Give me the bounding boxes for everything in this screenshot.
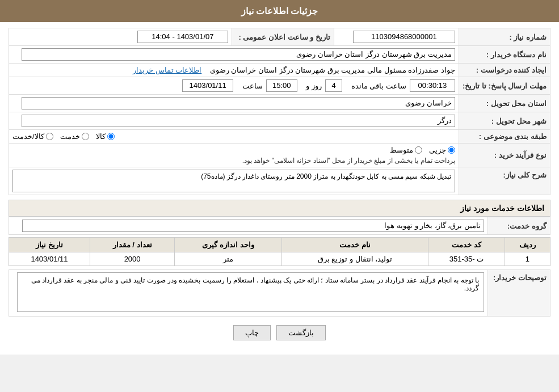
shomareNiaz-value: 1103094868000001 bbox=[334, 28, 459, 46]
namDastgah-label: نام دستگاه خریدار : bbox=[459, 46, 550, 64]
saat-input: 15:00 bbox=[266, 79, 297, 92]
services-table: ردیف کد خدمت نام خدمت واحد اندازه گیری ت… bbox=[9, 237, 550, 266]
ejaadKonande-link[interactable]: اطلاعات تماس خریدار bbox=[133, 66, 201, 74]
radio-kala-khadamat-item: کالا/خدمت bbox=[12, 132, 53, 141]
shahr-value: درگز bbox=[9, 112, 459, 130]
mohlatErsalPasokh-value: 00:30:13 ساعت باقی مانده 4 روز و 15:00 س… bbox=[9, 77, 459, 95]
grohKhadamat-value: تامین برق، گاز، بخار و تهویه هوا bbox=[9, 217, 488, 235]
tabaqeBandi-value: کالا/خدمت خدمت کالا bbox=[9, 130, 459, 144]
radio-khadamat-item: خدمت bbox=[60, 132, 89, 141]
ejaadKonande-text: جواد صفدرزاده مسئول مالی مدیریت برق شهرس… bbox=[210, 66, 455, 74]
khadamat-section-title: اطلاعات خدمات مورد نیاز bbox=[9, 200, 550, 217]
rooz-label: روز و bbox=[306, 82, 322, 90]
top-info-table: شماره نیاز : 1103094868000001 تاریخ و سا… bbox=[9, 28, 550, 195]
sharheKoli-value: تبدیل شبکه سیم مسی به کابل خودنگهدار به … bbox=[9, 167, 459, 195]
ejaadKonande-label: ایجاد کننده درخواست : bbox=[459, 64, 550, 77]
saatBaqi-label: ساعت باقی مانده bbox=[351, 82, 406, 90]
tabaqeBandi-label: طبقه بندی موضوعی : bbox=[459, 130, 550, 144]
tarikheElam-label: تاریخ و ساعت اعلان عمومی : bbox=[232, 28, 334, 46]
radio-kala-khadamat[interactable] bbox=[46, 133, 53, 140]
radio-jozyi-item: جزیی bbox=[429, 146, 455, 154]
grohKhadamat-label: گروه خدمت: bbox=[488, 217, 550, 235]
rooz-input: 4 bbox=[325, 79, 342, 92]
saatBaqi-input: 00:30:13 bbox=[410, 79, 455, 92]
cell-tedad: 2000 bbox=[90, 252, 174, 266]
ostan-input: خراسان رضوی bbox=[22, 97, 455, 109]
radio-khadamat[interactable] bbox=[82, 133, 89, 140]
cell-kodKhadamat: ت -35-351 bbox=[428, 252, 505, 266]
radio-mottaset-item: متوسط bbox=[390, 146, 422, 154]
page-header: جزئیات اطلاعات نیاز bbox=[0, 0, 559, 22]
shomareNiaz-label: شماره نیاز : bbox=[459, 28, 550, 46]
col-kodKhadamat: کد خدمت bbox=[428, 238, 505, 252]
tabaqeBandi-radiogroup: کالا/خدمت خدمت کالا bbox=[12, 132, 455, 141]
radio-mottaset[interactable] bbox=[415, 146, 422, 154]
radio-jozyi-label: جزیی bbox=[429, 146, 446, 154]
shahr-input: درگز bbox=[22, 115, 455, 127]
toseif-table: توصیحات خریدار: bbox=[9, 269, 550, 317]
radio-khadamat-label: خدمت bbox=[60, 132, 80, 141]
shahr-label: شهر محل تحویل : bbox=[459, 112, 550, 130]
cell-tarikh: 1403/01/11 bbox=[9, 252, 90, 266]
ejaadKonande-value: جواد صفدرزاده مسئول مالی مدیریت برق شهرس… bbox=[9, 64, 459, 77]
groh-khadamat-table: گروه خدمت: تامین برق، گاز، بخار و تهویه … bbox=[9, 217, 550, 235]
namDastgah-value: مدیریت برق شهرستان درگز استان خراسان رضو… bbox=[9, 46, 459, 64]
cell-vahed: متر bbox=[175, 252, 281, 266]
farayand-note: پرداخت تمام یا بخشی از مبلغ خریدار از مح… bbox=[242, 157, 455, 165]
noeFarayand-value: متوسط جزیی پرداخت تمام یا بخشی از مبلغ خ… bbox=[9, 144, 459, 167]
col-namKhadamat: نام خدمت bbox=[281, 238, 428, 252]
cell-radif: 1 bbox=[505, 252, 550, 266]
saat-label: ساعت bbox=[242, 82, 263, 90]
table-row: 1ت -35-351تولید، انتقال و توزیع برقمتر20… bbox=[9, 252, 550, 266]
noeFarayand-group: متوسط جزیی پرداخت تمام یا بخشی از مبلغ خ… bbox=[12, 146, 455, 165]
radio-kala-item: کالا bbox=[96, 132, 115, 141]
button-row: بازگشت چاپ bbox=[9, 325, 550, 340]
grohKhadamat-input: تامین برق، گاز، بخار و تهویه هوا bbox=[22, 220, 484, 232]
tarikheElam-input: 1403/01/07 - 14:04 bbox=[137, 31, 228, 43]
toseifKharidar-textarea[interactable] bbox=[17, 272, 484, 312]
datetime-group: 00:30:13 ساعت باقی مانده 4 روز و 15:00 س… bbox=[182, 79, 455, 92]
cell-namKhadamat: تولید، انتقال و توزیع برق bbox=[281, 252, 428, 266]
chap-button[interactable]: چاپ bbox=[233, 325, 271, 340]
farayand-radiogroup: متوسط جزیی bbox=[390, 146, 455, 154]
ostan-label: استان محل تحویل : bbox=[459, 95, 550, 112]
sharheKoli-input: تبدیل شبکه سیم مسی به کابل خودنگهدار به … bbox=[12, 170, 455, 192]
date-input: 1403/01/11 bbox=[182, 79, 233, 92]
noeFarayand-label: نوع فرآیند خرید : bbox=[459, 144, 550, 167]
content-area: شماره نیاز : 1103094868000001 تاریخ و سا… bbox=[0, 22, 559, 355]
radio-kala-label: کالا bbox=[96, 132, 106, 141]
radio-mottaset-label: متوسط bbox=[390, 146, 413, 154]
toseifKharidar-label: توصیحات خریدار: bbox=[488, 270, 550, 317]
col-tarikh: تاریخ نیاز bbox=[9, 238, 90, 252]
namDastgah-input: مدیریت برق شهرستان درگز استان خراسان رضو… bbox=[22, 48, 455, 61]
radio-kala-khadamat-label: کالا/خدمت bbox=[12, 132, 44, 141]
col-vahed: واحد اندازه گیری bbox=[175, 238, 281, 252]
toseifKharidar-value bbox=[9, 270, 488, 317]
sharheKoli-label: شرح کلی نیاز: bbox=[459, 167, 550, 195]
tarikheElam-value: 1403/01/07 - 14:04 bbox=[9, 28, 232, 46]
bazgasht-button[interactable]: بازگشت bbox=[276, 325, 326, 340]
ostan-value: خراسان رضوی bbox=[9, 95, 459, 112]
mohlatErsalPasokh-label: مهلت ارسال پاسخ: تا تاریخ: bbox=[459, 77, 550, 95]
page-title: جزئیات اطلاعات نیاز bbox=[241, 6, 318, 16]
radio-kala[interactable] bbox=[107, 133, 115, 140]
col-radif: ردیف bbox=[505, 238, 550, 252]
shomareNiaz-input: 1103094868000001 bbox=[353, 31, 455, 43]
col-tedad: تعداد / مقدار bbox=[90, 238, 174, 252]
radio-jozyi[interactable] bbox=[448, 146, 455, 154]
page-wrapper: جزئیات اطلاعات نیاز شماره نیاز : 1103094… bbox=[0, 0, 559, 355]
